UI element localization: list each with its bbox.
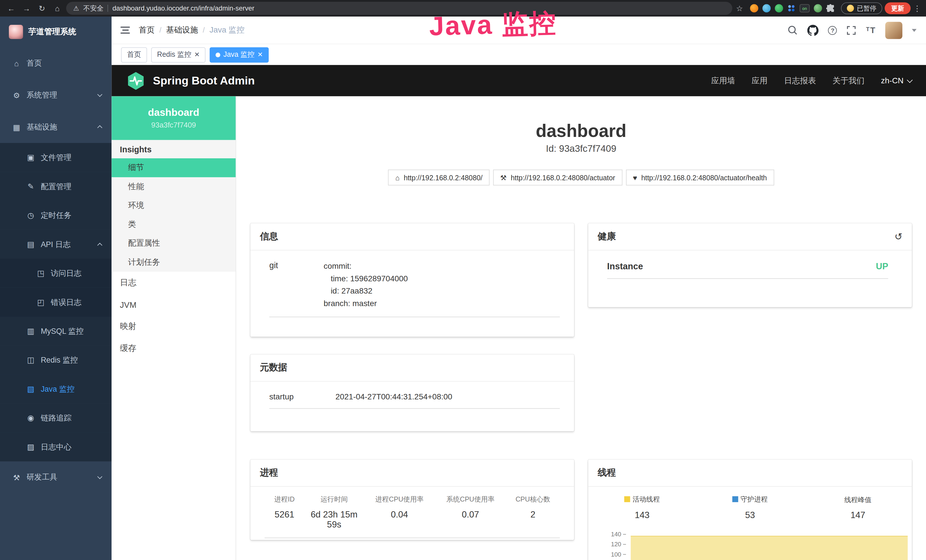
- sidebar-item-label: 链路追踪: [41, 413, 71, 423]
- legend-swatch-yellow: [625, 496, 631, 502]
- security-label: 不安全: [83, 4, 103, 12]
- stat-label: 进程ID: [265, 495, 304, 504]
- close-icon[interactable]: ✕: [194, 51, 200, 58]
- hamburger-icon[interactable]: [112, 17, 139, 44]
- git-line: id: 27aa832: [324, 285, 408, 297]
- tab-java-monitor[interactable]: Java 监控 ✕: [210, 47, 269, 62]
- sidebar-item-label: 定时任务: [41, 210, 71, 221]
- metadata-card-title: 元数据: [250, 354, 574, 381]
- address-bar[interactable]: ⚠ 不安全 dashboard.yudao.iocoder.cn/infra/a…: [66, 2, 732, 15]
- sidebar-item-label: MySQL 监控: [41, 326, 83, 336]
- sidebar-item-label: 研发工具: [27, 472, 57, 483]
- tab-redis-monitor[interactable]: Redis 监控 ✕: [151, 47, 206, 62]
- sidebar-item-home[interactable]: ⌂ 首页: [0, 47, 112, 79]
- service-url-button[interactable]: ⌂ http://192.168.0.2:48080/: [388, 170, 490, 185]
- home-icon[interactable]: ⌂: [51, 2, 64, 15]
- sba-item-logs[interactable]: 日志: [112, 272, 236, 294]
- infrastructure-icon: ▦: [11, 123, 22, 132]
- active-dot-icon: [216, 52, 221, 57]
- paused-badge[interactable]: 已暂停: [841, 2, 882, 14]
- sidebar-item-java-monitor[interactable]: ▧ Java 监控: [0, 375, 112, 403]
- sidebar-item-redis-monitor[interactable]: ◫ Redis 监控: [0, 345, 112, 374]
- health-instance-label: Instance: [607, 261, 643, 271]
- sidebar-item-infrastructure[interactable]: ▦ 基础设施: [0, 111, 112, 143]
- clock-icon: ◷: [26, 211, 36, 219]
- sidebar-item-config-management[interactable]: ✎ 配置管理: [0, 172, 112, 201]
- sidebar-item-api-logs[interactable]: ▤ API 日志: [0, 230, 112, 259]
- wrench-icon: ⚒: [500, 173, 507, 182]
- log-center-icon: ▨: [26, 442, 36, 451]
- app-sidebar: 芋道管理系统 ⌂ 首页 ⚙ 系统管理 ▦ 基础设施 ▣ 文件管理 ✎ 配置管理 …: [0, 17, 112, 560]
- status-badge: UP: [876, 261, 888, 271]
- sidebar-item-file-management[interactable]: ▣ 文件管理: [0, 143, 112, 172]
- extension-grid-icon[interactable]: [787, 4, 795, 12]
- home-icon: ⌂: [11, 59, 22, 68]
- back-icon[interactable]: ←: [5, 2, 18, 15]
- log-icon: ▤: [26, 240, 36, 249]
- sidebar-item-mysql-monitor[interactable]: ▥ MySQL 监控: [0, 317, 112, 345]
- history-icon[interactable]: ↺: [894, 231, 902, 242]
- sidebar-item-system[interactable]: ⚙ 系统管理: [0, 79, 112, 111]
- sba-nav-applications[interactable]: 应用: [752, 75, 768, 86]
- update-button[interactable]: 更新: [885, 2, 911, 14]
- help-icon[interactable]: ?: [828, 26, 837, 35]
- process-stat: CPU核心数 2: [506, 495, 560, 529]
- sba-item-classes[interactable]: 类: [112, 215, 236, 234]
- font-size-icon[interactable]: ᵀT: [866, 26, 876, 35]
- breadcrumb-home[interactable]: 首页: [139, 25, 155, 35]
- search-icon[interactable]: [787, 25, 798, 35]
- instance-header[interactable]: dashboard 93a3fc7f7409: [112, 97, 236, 140]
- breadcrumb: 首页 / 基础设施 / Java 监控: [139, 25, 245, 35]
- avatar[interactable]: [885, 22, 902, 39]
- health-url-button[interactable]: ♥ http://192.168.0.2:48080/actuator/heal…: [626, 170, 774, 185]
- process-stat: 运行时间 6d 23h 15m 59s: [304, 495, 364, 529]
- fullscreen-icon[interactable]: [846, 25, 856, 35]
- sidebar-item-dev-tools[interactable]: ⚒ 研发工具: [0, 461, 112, 493]
- locale-select[interactable]: zh-CN: [881, 76, 912, 85]
- actuator-url-button[interactable]: ⚒ http://192.168.0.2:48080/actuator: [493, 170, 622, 185]
- app-logo: 芋道管理系统: [0, 17, 112, 47]
- git-label: git: [269, 260, 324, 310]
- sba-item-environment[interactable]: 环境: [112, 196, 236, 215]
- sba-item-jvm[interactable]: JVM: [112, 294, 236, 316]
- sidebar-item-scheduled-tasks[interactable]: ◷ 定时任务: [0, 201, 112, 230]
- sba-item-scheduled-tasks[interactable]: 计划任务: [112, 253, 236, 272]
- breadcrumb-current: Java 监控: [209, 25, 244, 35]
- chevron-down-icon: [907, 77, 912, 82]
- extension-drop-icon[interactable]: [762, 4, 770, 12]
- tabs-bar: 首页 Redis 监控 ✕ Java 监控 ✕: [112, 44, 926, 65]
- puzzle-icon[interactable]: [826, 4, 835, 12]
- sba-item-caches[interactable]: 缓存: [112, 337, 236, 359]
- tab-label: Java 监控: [223, 50, 254, 60]
- chevron-down-icon[interactable]: [912, 29, 917, 31]
- sba-nav-wallboard[interactable]: 应用墙: [711, 75, 735, 86]
- sba-item-mappings[interactable]: 映射: [112, 316, 236, 338]
- reload-icon[interactable]: ↻: [35, 2, 48, 15]
- extension-leaf-icon[interactable]: [814, 4, 822, 12]
- sidebar-item-error-logs[interactable]: ◰ 错误日志: [0, 288, 112, 316]
- sidebar-item-log-center[interactable]: ▨ 日志中心: [0, 433, 112, 461]
- sba-nav-about[interactable]: 关于我们: [832, 75, 864, 86]
- startup-value: 2021-04-27T00:44:31.254+08:00: [335, 392, 452, 401]
- bookmark-star-icon[interactable]: ☆: [736, 4, 743, 12]
- sba-nav-journal[interactable]: 日志报表: [784, 75, 816, 86]
- sba-item-metrics[interactable]: 性能: [112, 177, 236, 196]
- extension-green-icon[interactable]: [775, 4, 783, 12]
- forward-icon[interactable]: →: [20, 2, 33, 15]
- breadcrumb-infrastructure[interactable]: 基础设施: [166, 25, 198, 35]
- browser-menu-icon[interactable]: ⋮: [913, 4, 921, 12]
- sba-item-config-props[interactable]: 配置属性: [112, 234, 236, 253]
- github-icon[interactable]: [808, 24, 819, 36]
- extension-fox-icon[interactable]: [750, 4, 758, 12]
- sidebar-item-tracing[interactable]: ◉ 链路追踪: [0, 403, 112, 432]
- stat-label: 运行时间: [304, 495, 364, 504]
- paused-label: 已暂停: [857, 4, 876, 12]
- sidebar-item-label: Redis 监控: [41, 355, 78, 365]
- sidebar-item-access-logs[interactable]: ◳ 访问日志: [0, 259, 112, 288]
- process-card-title: 进程: [250, 460, 574, 487]
- tab-home[interactable]: 首页: [121, 47, 147, 62]
- chevron-up-icon: [97, 242, 102, 248]
- close-icon[interactable]: ✕: [257, 51, 263, 58]
- extension-on-badge[interactable]: on: [800, 4, 809, 12]
- sba-item-details[interactable]: 细节: [112, 158, 236, 177]
